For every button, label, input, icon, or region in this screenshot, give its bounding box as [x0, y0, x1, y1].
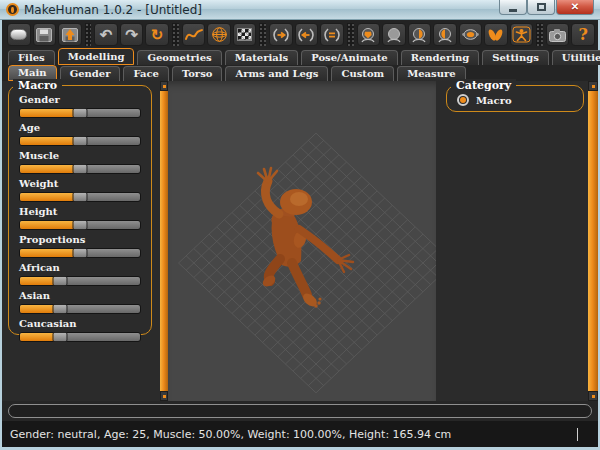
- slider-age-track[interactable]: [19, 136, 141, 146]
- slider-asian: Asian: [19, 290, 141, 314]
- subtab-gender[interactable]: Gender: [60, 66, 121, 81]
- slider-age-handle[interactable]: [73, 136, 88, 146]
- help-button[interactable]: ?: [571, 23, 595, 46]
- symmetry-button[interactable]: [320, 23, 344, 46]
- slider-gender-handle[interactable]: [73, 108, 88, 118]
- background-button[interactable]: [233, 23, 257, 46]
- slider-caucasian-track[interactable]: [19, 332, 141, 342]
- reload-icon: ↻: [151, 27, 164, 42]
- radio-selected-icon[interactable]: [457, 94, 469, 106]
- slider-asian-track[interactable]: [19, 304, 141, 314]
- subtab-torso[interactable]: Torso: [172, 66, 223, 81]
- slider-height-track[interactable]: [19, 220, 141, 230]
- symmetry-right-button[interactable]: [269, 23, 293, 46]
- category-groupbox: Category Macro: [446, 85, 584, 112]
- slider-muscle-track[interactable]: [19, 164, 141, 174]
- slider-muscle: Muscle: [19, 150, 141, 174]
- wireframe-button[interactable]: [207, 23, 231, 46]
- right-panel: Category Macro: [436, 81, 588, 401]
- toolbar-separator: [347, 23, 354, 46]
- status-caret: [577, 428, 578, 441]
- main-tab-bar: FilesModellingGeometriesMaterialsPose/An…: [2, 48, 598, 65]
- side-view-left-button[interactable]: [433, 23, 457, 46]
- background-icon: [237, 28, 252, 41]
- left-splitter[interactable]: [160, 81, 168, 401]
- redo-button[interactable]: ↷: [120, 23, 144, 46]
- slider-caucasian-handle[interactable]: [52, 332, 67, 342]
- slider-proportions-handle[interactable]: [73, 248, 88, 258]
- slider-caucasian-label: Caucasian: [19, 318, 141, 330]
- left-splitter-bottom-button[interactable]: [160, 391, 168, 401]
- global-camera-button[interactable]: [510, 23, 534, 46]
- left-splitter-handle[interactable]: [160, 91, 168, 391]
- tab-modelling[interactable]: Modelling: [58, 48, 135, 65]
- global-camera-icon: [512, 26, 531, 43]
- window-frame: ↶↷↻? FilesModellingGeometriesMaterialsPo…: [0, 20, 600, 450]
- tab-materials[interactable]: Materials: [225, 50, 299, 65]
- toolbar-separator: [536, 23, 543, 46]
- side-view-right-button[interactable]: [408, 23, 432, 46]
- slider-weight-handle[interactable]: [73, 192, 88, 202]
- smooth-icon: [184, 27, 204, 42]
- titlebar[interactable]: MakeHuman 1.0.2 - [Untitled] ✕: [0, 0, 600, 20]
- front-view-button[interactable]: [357, 23, 381, 46]
- slider-height-handle[interactable]: [73, 220, 88, 230]
- progress-region: [2, 401, 598, 421]
- status-bar: Gender: neutral, Age: 25, Muscle: 50.00%…: [2, 421, 598, 447]
- grab-screen-button[interactable]: [546, 23, 570, 46]
- right-splitter-top-button[interactable]: [588, 81, 598, 91]
- tab-settings[interactable]: Settings: [482, 50, 549, 65]
- slider-list: GenderAgeMuscleWeightHeightProportionsAf…: [19, 94, 141, 342]
- tab-rendering[interactable]: Rendering: [401, 50, 480, 65]
- slider-asian-handle[interactable]: [52, 304, 67, 314]
- slider-gender-track[interactable]: [19, 108, 141, 118]
- new-file-icon: [10, 29, 27, 40]
- subtab-arms-and-legs[interactable]: Arms and Legs: [225, 66, 328, 81]
- slider-weight-track[interactable]: [19, 192, 141, 202]
- slider-muscle-handle[interactable]: [73, 164, 88, 174]
- subtab-face[interactable]: Face: [123, 66, 168, 81]
- load-file-button[interactable]: [58, 23, 82, 46]
- right-splitter[interactable]: [588, 81, 598, 401]
- new-file-button[interactable]: [7, 23, 31, 46]
- side-view-left-icon: [436, 27, 454, 43]
- window-controls: ✕: [499, 0, 594, 15]
- right-splitter-handle[interactable]: [588, 91, 598, 391]
- symmetry-left-button[interactable]: [295, 23, 319, 46]
- back-view-button[interactable]: [382, 23, 406, 46]
- maximize-button[interactable]: [527, 0, 555, 15]
- minimize-button[interactable]: [499, 0, 527, 15]
- left-splitter-top-button[interactable]: [160, 81, 168, 91]
- content-area: Macro GenderAgeMuscleWeightHeightProport…: [2, 81, 598, 401]
- undo-button[interactable]: ↶: [94, 23, 118, 46]
- top-view-icon: [461, 27, 480, 42]
- toolbar-separator: [85, 23, 92, 46]
- right-splitter-bottom-button[interactable]: [588, 391, 598, 401]
- save-file-button[interactable]: [33, 23, 57, 46]
- macro-groupbox: Macro GenderAgeMuscleWeightHeightProport…: [8, 85, 152, 335]
- slider-african-handle[interactable]: [52, 276, 67, 286]
- slider-muscle-fill: [20, 165, 80, 173]
- slider-african-track[interactable]: [19, 276, 141, 286]
- bottom-view-icon: [486, 27, 505, 43]
- side-view-right-icon: [410, 27, 428, 43]
- tab-files[interactable]: Files: [8, 50, 55, 65]
- viewport-3d[interactable]: [168, 81, 436, 401]
- tab-pose-animate[interactable]: Pose/Animate: [301, 50, 397, 65]
- maximize-icon: [537, 3, 546, 11]
- slider-proportions-track[interactable]: [19, 248, 141, 258]
- category-macro-option[interactable]: Macro: [455, 92, 575, 109]
- tab-utilities[interactable]: Utilities: [552, 50, 600, 65]
- slider-gender-label: Gender: [19, 94, 141, 106]
- smooth-button[interactable]: [182, 23, 206, 46]
- bottom-view-button[interactable]: [484, 23, 508, 46]
- subtab-custom[interactable]: Custom: [331, 66, 394, 81]
- tab-geometries[interactable]: Geometries: [137, 50, 221, 65]
- slider-proportions-fill: [20, 249, 80, 257]
- top-view-button[interactable]: [459, 23, 483, 46]
- slider-gender: Gender: [19, 94, 141, 118]
- reload-button[interactable]: ↻: [145, 23, 169, 46]
- category-group-title: Category: [451, 79, 516, 92]
- close-button[interactable]: ✕: [556, 0, 594, 15]
- slider-proportions-label: Proportions: [19, 234, 141, 246]
